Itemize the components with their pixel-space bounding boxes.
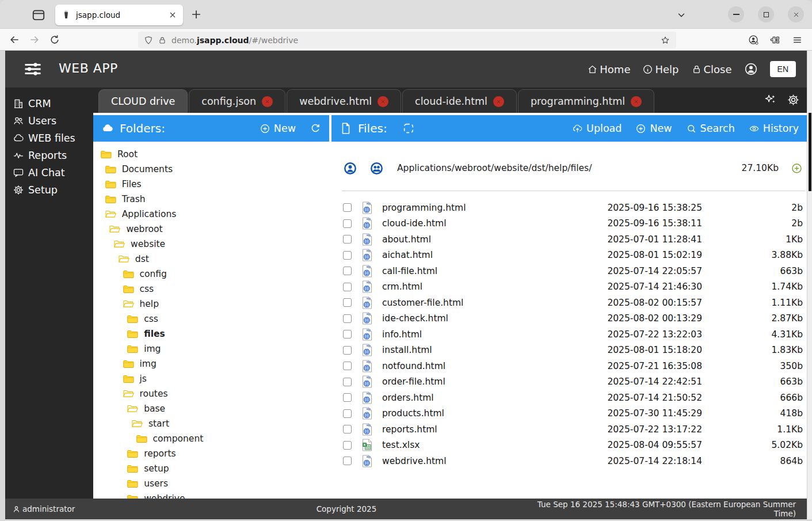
lock-icon[interactable]: [158, 36, 167, 45]
ai-sparkles-icon[interactable]: [764, 93, 777, 107]
folder-tree-item[interactable]: setup: [93, 461, 329, 476]
file-checkbox[interactable]: [343, 425, 352, 433]
folder-tree-item[interactable]: files: [93, 326, 329, 341]
bookmark-star-icon[interactable]: [660, 35, 670, 45]
file-name[interactable]: info.html: [382, 329, 604, 340]
folder-tree-item[interactable]: Root: [93, 147, 329, 162]
new-folder-button[interactable]: New: [260, 123, 296, 134]
folder-tree-item[interactable]: Trash: [93, 192, 329, 207]
file-checkbox[interactable]: [343, 362, 352, 370]
tab-close-icon[interactable]: [493, 96, 504, 107]
folder-tree-item[interactable]: reports: [93, 446, 329, 461]
file-name[interactable]: products.html: [382, 408, 604, 419]
upload-button[interactable]: Upload: [572, 123, 622, 134]
file-checkbox[interactable]: [343, 219, 352, 228]
language-button[interactable]: EN: [770, 61, 796, 77]
forward-icon[interactable]: [29, 34, 40, 45]
file-checkbox[interactable]: [343, 457, 352, 465]
new-tab-icon[interactable]: [190, 8, 203, 21]
new-file-button[interactable]: New: [635, 123, 672, 134]
folder-tree-item[interactable]: img: [93, 341, 329, 356]
folder-tree-item[interactable]: routes: [93, 386, 329, 401]
folder-tree-item[interactable]: users: [93, 476, 329, 491]
file-name[interactable]: customer-file.html: [382, 298, 604, 308]
file-row[interactable]: info.html 2025-07-22 13:22:03 4.31Kb: [331, 326, 807, 343]
file-checkbox[interactable]: [343, 441, 352, 450]
file-row[interactable]: customer-file.html 2025-08-02 00:15:57 1…: [331, 295, 807, 311]
file-name[interactable]: programming.html: [382, 203, 604, 213]
sidebar-item[interactable]: Users: [5, 112, 93, 130]
file-name[interactable]: install.html: [382, 345, 604, 355]
folder-tree-item[interactable]: Documents: [93, 162, 329, 177]
browser-tab[interactable]: jsapp.cloud: [55, 5, 183, 25]
window-close-button[interactable]: [788, 6, 804, 22]
file-row[interactable]: about.html 2025-07-01 11:28:41 1Kb: [331, 231, 807, 248]
firefox-view-icon[interactable]: [31, 7, 46, 22]
add-plus-icon[interactable]: [791, 162, 803, 174]
file-checkbox[interactable]: [343, 235, 352, 244]
reload-icon[interactable]: [49, 34, 60, 45]
file-row[interactable]: programming.html 2025-09-16 15:38:25 2b: [331, 200, 807, 216]
folder-tree-item[interactable]: webroot: [93, 222, 329, 237]
file-row[interactable]: order-file.html 2025-07-14 22:42:51 663b: [331, 374, 807, 390]
file-name[interactable]: about.html: [382, 234, 604, 245]
file-checkbox[interactable]: [343, 346, 352, 355]
file-row[interactable]: orders.html 2025-07-14 21:50:52 666b: [331, 390, 807, 406]
file-name[interactable]: crm.html: [382, 282, 604, 292]
file-name[interactable]: cloud-ide.html: [382, 218, 604, 229]
file-row[interactable]: products.html 2025-07-30 11:45:29 418b: [331, 406, 807, 422]
tab-close-icon[interactable]: [378, 96, 388, 107]
header-link[interactable]: Help: [642, 63, 678, 75]
folder-tree-item[interactable]: help: [93, 296, 329, 311]
group-permission-icon[interactable]: [370, 162, 383, 175]
browser-menu-icon[interactable]: [792, 35, 803, 45]
folder-tree-item[interactable]: webdrive: [93, 491, 329, 499]
url-bar[interactable]: demo.jsapp.cloud/#/webdrive: [138, 32, 676, 48]
extensions-puzzle-icon[interactable]: [770, 35, 781, 45]
folder-tree-item[interactable]: website: [93, 237, 329, 252]
folder-tree-item[interactable]: css: [93, 282, 329, 296]
list-tabs-chevron-icon[interactable]: [676, 10, 687, 20]
file-checkbox[interactable]: [343, 283, 352, 291]
folder-tree-item[interactable]: img: [93, 356, 329, 371]
folder-tree-item[interactable]: js: [93, 371, 329, 386]
file-checkbox[interactable]: [343, 314, 352, 323]
file-checkbox[interactable]: [343, 203, 352, 212]
history-button[interactable]: History: [749, 123, 799, 134]
file-checkbox[interactable]: [343, 409, 352, 418]
document-tab[interactable]: config.json: [189, 89, 285, 113]
file-row[interactable]: webdrive.html 2025-07-14 22:18:14 864b: [331, 453, 807, 469]
document-tab[interactable]: webdrive.html: [287, 89, 401, 113]
file-name[interactable]: call-file.html: [382, 266, 604, 276]
file-name[interactable]: ide-check.html: [382, 313, 604, 324]
owner-permission-icon[interactable]: [344, 162, 357, 175]
window-minimize-button[interactable]: [728, 6, 744, 22]
folder-tree-item[interactable]: dst: [93, 252, 329, 267]
file-row[interactable]: cloud-ide.html 2025-09-16 15:38:11 2b: [331, 216, 807, 232]
file-checkbox[interactable]: [343, 298, 352, 307]
tab-close-icon[interactable]: [262, 96, 273, 107]
file-name[interactable]: order-file.html: [382, 377, 604, 387]
file-row[interactable]: crm.html 2025-07-14 21:46:30 1.74Kb: [331, 279, 807, 295]
file-checkbox[interactable]: [343, 393, 352, 402]
folder-tree-item[interactable]: component: [93, 431, 329, 446]
file-row[interactable]: install.html 2025-08-01 15:18:20 1.83Kb: [331, 343, 807, 359]
sidebar-item[interactable]: AI Chat: [5, 164, 93, 181]
document-tab[interactable]: cloud-ide.html: [402, 89, 517, 113]
folder-tree-item[interactable]: start: [93, 416, 329, 431]
file-row[interactable]: call-file.html 2025-07-14 22:05:57 663b: [331, 263, 807, 279]
document-tab[interactable]: programming.html: [518, 89, 654, 113]
file-name[interactable]: orders.html: [382, 393, 604, 403]
file-row[interactable]: notfound.html 2025-07-21 16:35:08 350b: [331, 358, 807, 374]
sidebar-item[interactable]: WEB files: [5, 130, 93, 147]
file-name[interactable]: webdrive.html: [382, 456, 604, 466]
file-name[interactable]: reports.html: [382, 424, 604, 435]
user-account-icon[interactable]: [744, 62, 758, 76]
folder-tree-item[interactable]: config: [93, 267, 329, 282]
header-link[interactable]: Home: [587, 63, 630, 75]
file-name[interactable]: notfound.html: [382, 361, 604, 371]
tab-close-icon[interactable]: [631, 96, 642, 107]
select-mode-icon[interactable]: [402, 122, 415, 135]
folder-tree-item[interactable]: Files: [93, 177, 329, 192]
file-row[interactable]: ide-check.html 2025-08-02 00:13:29 2.87K…: [331, 311, 807, 327]
